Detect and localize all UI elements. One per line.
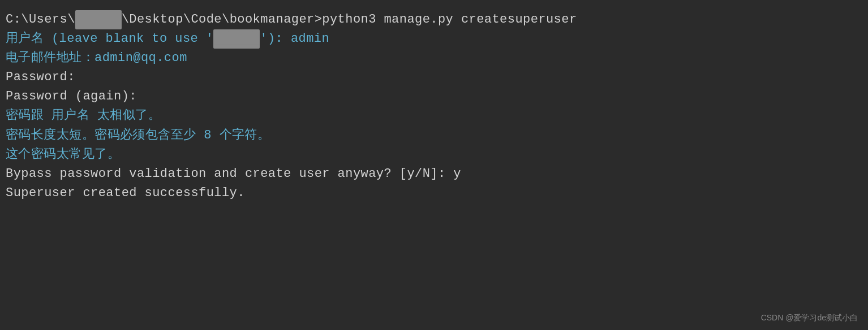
terminal-line-2: 用户名 (leave blank to use '██████'): admin: [6, 29, 857, 49]
terminal-line-6: 密码跟 用户名 太相似了。: [6, 106, 857, 125]
terminal-line-7: 密码长度太短。密码必须包含至少 8 个字符。: [6, 126, 857, 145]
terminal-window: C:\Users\██████\Desktop\Code\bookmanager…: [0, 0, 868, 330]
terminal-line-8: 这个密码太常见了。: [6, 145, 857, 164]
redacted-default-user: ██████: [213, 29, 260, 49]
terminal-line-9: Bypass password validation and create us…: [6, 164, 857, 184]
watermark: CSDN @爱学习de测试小白: [761, 313, 858, 323]
terminal-line-5: Password (again):: [6, 87, 857, 106]
terminal-line-4: Password:: [6, 68, 857, 87]
terminal-line-1: C:\Users\██████\Desktop\Code\bookmanager…: [6, 10, 857, 29]
redacted-username: ██████: [75, 10, 122, 29]
terminal-line-10: Superuser created successfully.: [6, 184, 857, 203]
terminal-line-3: 电子邮件地址：admin@qq.com: [6, 49, 857, 68]
